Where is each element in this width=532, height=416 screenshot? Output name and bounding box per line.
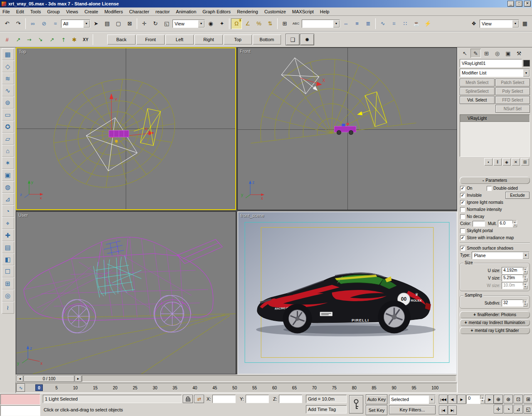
material-editor-icon[interactable]: ∷ <box>400 18 411 29</box>
menu-item[interactable]: Create <box>84 9 98 14</box>
use-center-icon[interactable]: ◉ <box>205 18 216 29</box>
zoom-icon[interactable]: ⊕ <box>494 395 503 404</box>
rectangular-selection-region-icon[interactable]: ▢ <box>113 18 124 29</box>
xy-constraint-icon[interactable]: XY <box>80 34 91 45</box>
menu-item[interactable]: Graph Editors <box>202 9 231 14</box>
viewport-top[interactable]: Top <box>16 47 236 210</box>
snap-star-icon[interactable]: ✱ <box>69 34 80 45</box>
create-tab-icon[interactable]: ↖ <box>460 49 470 58</box>
dropdown-arrow-icon[interactable]: ▼ <box>523 69 530 77</box>
go-to-start-button[interactable]: |◀◀ <box>439 395 448 404</box>
snap-toggle-icon[interactable]: Ω 3 <box>231 18 242 29</box>
menu-item[interactable]: Tools <box>30 9 41 14</box>
reactor-tool-icon[interactable]: ▦ <box>2 48 14 60</box>
store-irradiance-checkbox[interactable]: ✓ <box>460 235 465 240</box>
reactor-tool-icon[interactable]: ◇ <box>2 60 14 72</box>
reactor-tool-icon[interactable]: ✶ <box>2 157 14 169</box>
key-step-next-button[interactable]: ▶| <box>448 406 457 415</box>
modifier-set-button[interactable]: Vol. Select <box>460 96 495 104</box>
absolute-offset-toggle[interactable]: ⇄ <box>194 395 204 403</box>
modifier-set-button[interactable]: Poly Select <box>495 87 530 95</box>
dropdown-arrow-icon[interactable]: ▼ <box>429 395 435 404</box>
modifier-set-button[interactable]: SplineSelect <box>460 87 495 95</box>
reactor-tool-icon[interactable]: ▤ <box>2 241 14 253</box>
reactor-tool-icon[interactable]: ✚ <box>2 229 14 241</box>
menu-item[interactable]: reactor <box>155 9 170 14</box>
spin-down-icon[interactable]: ▼ <box>523 303 527 307</box>
viewport-user[interactable]: User <box>16 211 236 374</box>
modifier-list-dropdown[interactable]: Modifier List ▼ <box>460 69 530 77</box>
named-selection-dropdown[interactable]: ▼ <box>302 20 340 28</box>
shade-view-icon[interactable]: ✹ <box>300 34 314 45</box>
dropdown-arrow-icon[interactable]: ▼ <box>83 20 90 27</box>
select-by-name-icon[interactable]: ▤ <box>102 18 113 29</box>
timeline-ruler[interactable]: ∿ 0 051015202530354045505560657075808590… <box>16 383 457 393</box>
angle-snap-icon[interactable]: ∠ <box>242 18 253 29</box>
subdivs-value[interactable]: 32 <box>502 300 523 307</box>
select-and-rotate-icon[interactable]: ↻ <box>150 18 161 29</box>
time-slider-track[interactable] <box>82 375 456 382</box>
reactor-tool-icon[interactable]: ≀ <box>2 302 14 314</box>
viewport-label[interactable]: front_scene <box>240 213 264 218</box>
x-coordinate-field[interactable] <box>212 395 236 403</box>
z-coordinate-field[interactable] <box>279 395 302 403</box>
menu-item[interactable]: Help <box>320 9 330 14</box>
reactor-tool-icon[interactable]: ⊿ <box>2 193 14 205</box>
viewport-tab[interactable]: Bottom <box>253 35 281 45</box>
auto-key-button[interactable]: Auto Key <box>366 394 387 404</box>
modifier-set-button[interactable]: Mesh Select <box>460 79 495 87</box>
layer-manager-icon[interactable]: ≣ <box>363 18 374 29</box>
menu-item[interactable]: Customize <box>264 9 286 14</box>
key-step-prev-button[interactable]: |◀ <box>439 406 448 415</box>
viewport-tab[interactable]: Left <box>165 35 194 45</box>
restrict-y-icon[interactable]: ↗ <box>22 32 37 47</box>
reactor-tool-icon[interactable]: ⊚ <box>2 97 14 109</box>
object-name-field[interactable]: VRayLight01 <box>460 59 522 67</box>
reactor-tool-icon[interactable]: ▭ <box>2 109 14 121</box>
smooth-shadows-checkbox[interactable]: ✓ <box>460 246 465 251</box>
reactor-tool-icon[interactable]: ✪ <box>2 121 14 133</box>
reactor-tool-icon[interactable]: ≋ <box>2 72 14 84</box>
add-time-tag-field[interactable]: Add Time Tag <box>306 405 347 414</box>
reactor-tool-icon[interactable]: ∿ <box>2 84 14 97</box>
reactor-tool-icon[interactable]: ◔ <box>2 205 14 217</box>
rollout-header[interactable]: + mental ray Light Shader <box>460 327 530 334</box>
set-key-button[interactable]: Set Key <box>366 405 387 415</box>
next-frame-button[interactable]: |▶ <box>485 395 494 404</box>
modifier-stack-list[interactable]: VRayLight <box>460 114 530 157</box>
spin-up-icon[interactable]: ▼ <box>523 300 527 303</box>
select-object-icon[interactable]: ➤ <box>91 18 101 29</box>
time-slider-next-button[interactable]: ▸ <box>75 375 81 382</box>
mirror-icon[interactable]: ⇔ <box>340 18 351 29</box>
select-and-manipulate-icon[interactable]: ✦ <box>217 18 227 29</box>
select-and-move-icon[interactable]: ✛ <box>139 18 150 29</box>
menu-item[interactable]: Group <box>47 9 60 14</box>
subdivs-spinner[interactable]: 32 ▼▼ <box>502 300 527 307</box>
spinner-snap-icon[interactable]: ⇅ <box>265 18 276 29</box>
u-size-value[interactable]: 4.192m <box>502 267 523 274</box>
bind-to-spacewarp-icon[interactable]: ≈ <box>50 18 61 29</box>
type-dropdown[interactable]: Plane ▼ <box>472 252 530 259</box>
schematic-view-icon[interactable]: ⌗ <box>389 18 399 29</box>
dropdown-arrow-icon[interactable]: ▼ <box>333 20 340 27</box>
maxscript-mini-listener-pink[interactable] <box>0 394 40 405</box>
dropdown-arrow-icon[interactable]: ▼ <box>512 20 519 27</box>
percent-snap-icon[interactable]: % <box>254 18 264 29</box>
reference-coordinate-dropdown[interactable]: View ▼ <box>172 20 205 28</box>
time-slider-handle[interactable]: 0 / 100 <box>24 375 74 382</box>
select-and-scale-icon[interactable]: ◱ <box>161 18 172 29</box>
window-crossing-icon[interactable]: ⊠ <box>124 18 135 29</box>
motion-tab-icon[interactable]: ◎ <box>492 49 502 58</box>
exclude-button[interactable]: Exclude <box>505 192 530 199</box>
edit-named-selections-icon[interactable]: ABC <box>291 18 301 29</box>
maxscript-mini-listener-white[interactable] <box>0 405 40 416</box>
field-of-view-icon[interactable]: ⊿ <box>514 405 523 414</box>
view-dropdown[interactable]: View ▼ <box>480 20 519 28</box>
undo-icon[interactable]: ↶ <box>2 18 12 29</box>
select-and-link-icon[interactable]: ∞ <box>27 18 38 29</box>
spin-up-icon[interactable]: ▼ <box>523 275 527 278</box>
spin-up-icon[interactable]: ▼ <box>480 395 485 399</box>
unlink-selection-icon[interactable]: ⊘ <box>39 18 49 29</box>
close-button[interactable]: ✕ <box>524 1 531 7</box>
modifier-set-button[interactable]: Patch Select <box>495 79 530 87</box>
